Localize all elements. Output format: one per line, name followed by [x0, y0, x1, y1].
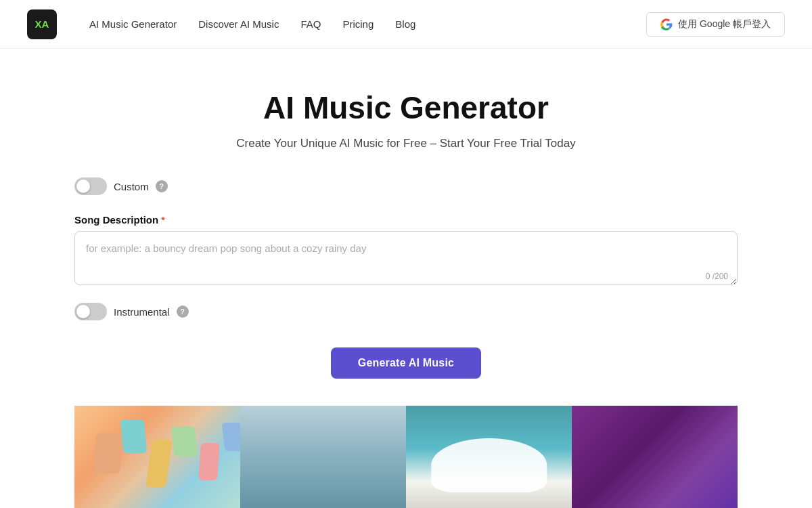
cloud-overlay [406, 406, 572, 508]
hero-section: AI Music Generator Create Your Unique AI… [0, 49, 812, 177]
grid-image-1 [74, 406, 240, 508]
custom-toggle[interactable] [74, 177, 107, 195]
grid-image-4 [572, 406, 738, 508]
custom-help-icon[interactable]: ? [156, 180, 168, 192]
page-title: AI Music Generator [14, 89, 798, 126]
navbar: XA AI Music Generator Discover AI Music … [0, 0, 812, 49]
grid-image-3 [406, 406, 572, 508]
grid-image-2 [240, 406, 406, 508]
song-description-label: Song Description * [74, 214, 738, 226]
song-description-textarea[interactable] [74, 231, 738, 285]
form-section: Custom ? Song Description * 0 /200 Instr… [34, 177, 778, 508]
instrumental-label: Instrumental [114, 306, 170, 318]
google-login-button[interactable]: 使用 Google 帳戶登入 [646, 12, 785, 37]
nav-link-blog[interactable]: Blog [395, 18, 415, 30]
nav-link-pricing[interactable]: Pricing [342, 18, 374, 30]
instrumental-toggle-row: Instrumental ? [74, 303, 738, 320]
google-icon [660, 18, 673, 30]
textarea-wrapper: 0 /200 [74, 231, 738, 288]
hero-subtitle: Create Your Unique AI Music for Free – S… [14, 137, 798, 150]
cloud-shape [431, 438, 547, 492]
logo-x: X [35, 18, 42, 30]
custom-toggle-row: Custom ? [74, 177, 738, 195]
nav-link-faq[interactable]: FAQ [300, 18, 321, 30]
shapes-container [74, 406, 240, 508]
nav-link-ai-music-generator[interactable]: AI Music Generator [89, 18, 177, 30]
custom-label: Custom [114, 181, 149, 192]
nav-links: AI Music Generator Discover AI Music FAQ… [89, 18, 415, 30]
generate-button[interactable]: Generate AI Music [331, 347, 481, 379]
song-description-field: Song Description * 0 /200 [74, 214, 738, 288]
google-login-label: 使用 Google 帳戶登入 [678, 18, 771, 30]
image-grid [74, 406, 738, 508]
instrumental-help-icon[interactable]: ? [177, 305, 189, 318]
logo-a: A [42, 18, 49, 30]
instrumental-toggle[interactable] [74, 303, 107, 320]
required-star: * [161, 215, 164, 226]
logo[interactable]: XA [27, 9, 57, 39]
nav-link-discover-ai-music[interactable]: Discover AI Music [198, 18, 279, 30]
generate-button-wrapper: Generate AI Music [74, 347, 738, 379]
char-count: 0 /200 [706, 272, 728, 281]
navbar-left: XA AI Music Generator Discover AI Music … [27, 9, 415, 39]
